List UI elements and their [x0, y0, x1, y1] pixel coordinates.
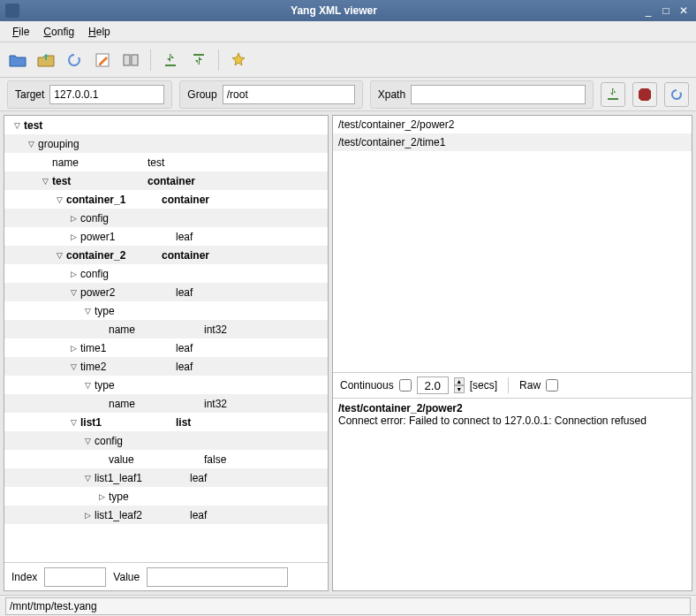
- layout-button[interactable]: [118, 48, 143, 72]
- xpath-item[interactable]: /test/container_2/power2: [333, 116, 692, 133]
- xpath-list[interactable]: /test/container_2/power2/test/container_…: [333, 116, 692, 372]
- continuous-checkbox[interactable]: [399, 379, 412, 392]
- tree-row[interactable]: ▽grouping: [4, 134, 328, 153]
- tree-node-label: time1: [79, 342, 176, 354]
- interval-spinner[interactable]: ▲▼: [454, 377, 465, 393]
- tree-row[interactable]: ▷list1_leaf2leaf: [4, 506, 328, 524]
- raw-label: Raw: [519, 379, 541, 392]
- tree-node-label: name: [107, 398, 204, 410]
- expand-icon[interactable]: ▷: [82, 511, 93, 520]
- group-group: Group: [179, 80, 362, 109]
- tree-node-value: leaf: [176, 286, 328, 299]
- tree-row[interactable]: ▷time1leaf: [4, 338, 328, 357]
- fetch-button[interactable]: [601, 82, 625, 107]
- right-panel: /test/container_2/power2/test/container_…: [332, 115, 692, 591]
- collapse-icon[interactable]: ▽: [40, 177, 50, 186]
- minimize-button[interactable]: _: [641, 4, 655, 18]
- tree-row[interactable]: ▷type: [4, 487, 328, 506]
- toolbar-connection: Target Group Xpath: [0, 78, 696, 111]
- tree-node-value: int32: [204, 323, 328, 336]
- tree-row[interactable]: ▽test: [4, 116, 328, 134]
- tree-row[interactable]: ▽type: [4, 376, 328, 394]
- app-icon: [5, 4, 19, 18]
- menu-help[interactable]: Help: [81, 24, 117, 40]
- polling-bar: Continuous ▲▼ [secs] Raw: [333, 372, 692, 399]
- collapse-icon[interactable]: ▽: [68, 288, 79, 297]
- collapse-icon[interactable]: ▽: [54, 251, 64, 260]
- secs-label: [secs]: [470, 379, 497, 392]
- continuous-label: Continuous: [340, 379, 394, 392]
- save-button[interactable]: [34, 48, 58, 72]
- toolbar-main: [0, 42, 696, 78]
- value-label: Value: [113, 571, 140, 583]
- tree-row[interactable]: ▽type: [4, 301, 328, 320]
- target-input[interactable]: [49, 85, 164, 104]
- tree-row[interactable]: ▽power2leaf: [4, 283, 328, 301]
- expand-icon[interactable]: ▷: [96, 492, 107, 501]
- close-button[interactable]: ✕: [677, 4, 691, 18]
- upload-button[interactable]: [186, 48, 211, 72]
- expand-icon[interactable]: ▷: [68, 270, 79, 278]
- collapse-icon[interactable]: ▽: [68, 418, 79, 427]
- expand-icon[interactable]: ▷: [68, 344, 79, 353]
- index-input[interactable]: [44, 567, 106, 587]
- tree-row[interactable]: ▽container_2container: [4, 246, 328, 264]
- edit-button[interactable]: [90, 48, 115, 72]
- tree-node-value: list: [176, 416, 328, 429]
- refresh-button[interactable]: [62, 48, 87, 72]
- value-input[interactable]: [147, 567, 288, 587]
- collapse-icon[interactable]: ▽: [82, 474, 93, 483]
- expand-icon[interactable]: ▷: [68, 232, 79, 241]
- maximize-button[interactable]: □: [659, 4, 673, 18]
- xpath-input[interactable]: [411, 85, 586, 104]
- tree-node-label: power1: [79, 231, 176, 243]
- tree-row[interactable]: ▷power1leaf: [4, 227, 328, 246]
- xpath-item[interactable]: /test/container_2/time1: [333, 133, 692, 151]
- tree-row[interactable]: nametest: [4, 153, 328, 171]
- collapse-icon[interactable]: ▽: [11, 121, 22, 130]
- star-button[interactable]: [226, 48, 251, 72]
- collapse-icon[interactable]: ▽: [68, 362, 79, 371]
- tree-node-value: container: [148, 175, 328, 187]
- window-title: Yang XML viewer: [26, 4, 641, 17]
- collapse-icon[interactable]: ▽: [82, 307, 93, 316]
- tree-row[interactable]: valuefalse: [4, 450, 328, 468]
- xpath-group: Xpath: [370, 80, 594, 109]
- tree-row[interactable]: ▽testcontainer: [4, 171, 328, 190]
- tree-node-value: leaf: [176, 361, 328, 373]
- tree-row[interactable]: ▷config: [4, 209, 328, 227]
- tree-row[interactable]: nameint32: [4, 394, 328, 413]
- group-input[interactable]: [223, 85, 355, 104]
- menu-config[interactable]: Config: [36, 24, 81, 40]
- collapse-icon[interactable]: ▽: [82, 381, 93, 390]
- svg-rect-5: [608, 98, 618, 100]
- tree-node-label: list1_leaf2: [93, 509, 190, 521]
- collapse-icon[interactable]: ▽: [82, 437, 93, 445]
- svg-rect-1: [124, 55, 130, 65]
- raw-checkbox[interactable]: [546, 379, 558, 392]
- tree-row[interactable]: ▽list1_leaf1leaf: [4, 468, 328, 487]
- expand-icon[interactable]: ▷: [68, 214, 79, 223]
- open-button[interactable]: [5, 48, 30, 72]
- tree-row[interactable]: ▽time2leaf: [4, 357, 328, 376]
- interval-input[interactable]: [417, 376, 449, 394]
- collapse-icon[interactable]: ▽: [54, 195, 64, 204]
- stop-button[interactable]: [632, 82, 657, 107]
- menu-file[interactable]: File: [5, 24, 36, 40]
- yang-tree[interactable]: ▽test▽groupingnametest▽testcontainer▽con…: [4, 116, 328, 562]
- tree-row[interactable]: ▽list1list: [4, 413, 328, 431]
- statusbar: /mnt/tmp/test.yang: [0, 595, 696, 616]
- status-path: /mnt/tmp/test.yang: [5, 597, 691, 615]
- tree-row[interactable]: ▷config: [4, 264, 328, 283]
- svg-rect-3: [165, 65, 176, 66]
- collapse-icon[interactable]: ▽: [26, 140, 36, 148]
- tree-node-label: type: [107, 491, 204, 503]
- tree-row[interactable]: ▽config: [4, 431, 328, 450]
- tree-node-label: test: [22, 119, 119, 132]
- download-button[interactable]: [158, 48, 183, 72]
- tree-node-label: name: [50, 156, 148, 169]
- reload-button[interactable]: [664, 82, 689, 107]
- tree-row[interactable]: ▽container_1container: [4, 190, 328, 209]
- tree-node-value: leaf: [176, 231, 328, 243]
- tree-row[interactable]: nameint32: [4, 320, 328, 338]
